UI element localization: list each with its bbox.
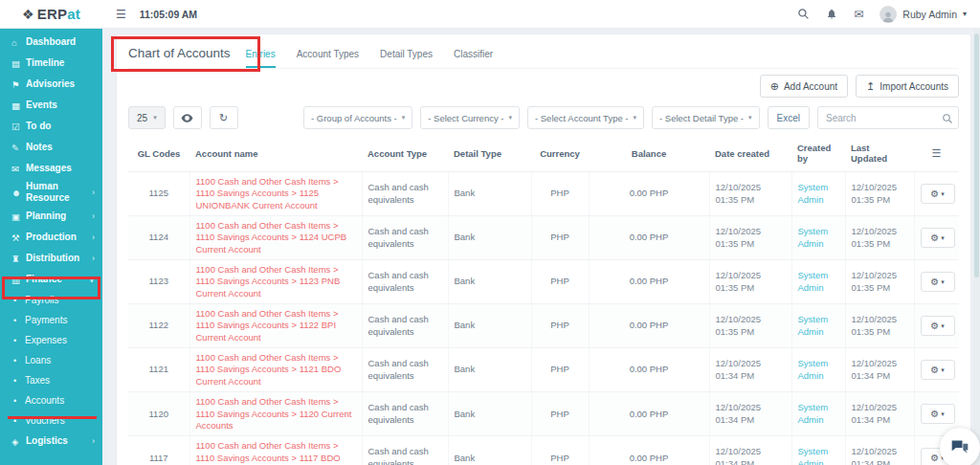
chevron-right-icon: › <box>92 232 95 242</box>
table-row: 11251100 Cash and Other Cash Items > 111… <box>128 172 959 216</box>
column-header-created-by[interactable]: Created by <box>791 135 845 172</box>
sidebar-item-label: Dashboard <box>26 36 76 48</box>
column-header-balance[interactable]: Balance <box>589 135 709 172</box>
filter-select-value: - Select Detail Type - <box>659 113 744 123</box>
cell-account-name-link[interactable]: 1100 Cash and Other Cash Items > 1110 Sa… <box>189 260 362 304</box>
sidebar-item-logistics[interactable]: ◈Logistics› <box>0 431 102 452</box>
column-header-account-type[interactable]: Account Type <box>362 135 448 172</box>
column-header-last-updated[interactable]: Last Updated <box>845 135 914 172</box>
sidebar-toggle-icon[interactable]: ☰ <box>116 8 126 21</box>
cogs-icon: ⚙ <box>930 365 939 375</box>
notifications-bell-icon[interactable] <box>826 8 837 20</box>
sidebar-item-advisories[interactable]: ⚑Advisories <box>0 74 102 95</box>
tab-classifier[interactable]: Classifier <box>454 49 493 68</box>
chevron-right-icon: › <box>92 188 95 197</box>
sidebar-subitem-expenses[interactable]: •Expenses <box>0 330 102 350</box>
row-actions-button[interactable]: ⚙▾ <box>921 272 955 292</box>
eye-icon <box>181 113 193 123</box>
row-actions-button[interactable]: ⚙▾ <box>921 228 955 248</box>
column-header-gl-codes[interactable]: GL Codes <box>128 135 189 172</box>
column-header-currency[interactable]: Currency <box>531 135 589 172</box>
sidebar-item-planning[interactable]: ▣Planning› <box>0 206 102 227</box>
cell-account-name-link[interactable]: 1100 Cash and Other Cash Items > 1110 Sa… <box>189 304 362 348</box>
sidebar-subitem-label: Vouchers <box>25 415 65 427</box>
column-header-actions-menu-icon[interactable]: ☰ <box>914 135 959 172</box>
excel-export-button[interactable]: Excel <box>768 106 810 129</box>
sidebar-subitem-payments[interactable]: •Payments <box>0 310 102 330</box>
row-actions-button[interactable]: ⚙▾ <box>921 316 955 336</box>
toggle-columns-eye-button[interactable] <box>173 106 202 129</box>
sidebar-item-label: Distribution <box>26 253 79 264</box>
cell-date-created: 12/10/2025 01:35 PM <box>709 216 791 260</box>
todo-icon: ☑ <box>11 122 26 132</box>
sidebar-subitem-payrolls[interactable]: •Payrolls <box>0 290 102 310</box>
filter-select-select-currency[interactable]: - Select Currency -▾ <box>420 106 520 129</box>
column-header-account-name[interactable]: Account name <box>189 135 362 172</box>
notes-icon: ✎ <box>11 143 26 153</box>
created-by-link[interactable]: System Admin <box>798 270 829 292</box>
created-by-link[interactable]: System Admin <box>798 446 829 465</box>
cell-created-by: System Admin <box>791 436 845 465</box>
row-actions-button[interactable]: ⚙▾ <box>921 360 955 380</box>
column-header-date-created[interactable]: Date created <box>709 135 791 172</box>
created-by-link[interactable]: System Admin <box>798 314 829 336</box>
sidebar-item-label: Messages <box>26 163 72 174</box>
add-account-button[interactable]: ⊕ Add Account <box>760 75 848 98</box>
tab-entries[interactable]: Entries <box>246 49 276 68</box>
sidebar-item-production[interactable]: ⚒Production› <box>0 227 102 248</box>
row-actions-button[interactable]: ⚙▾ <box>921 404 955 424</box>
sidebar-subitem-taxes[interactable]: •Taxes <box>0 370 102 390</box>
tabs: EntriesAccount TypesDetail TypesClassifi… <box>246 49 494 68</box>
caret-down-icon: ▾ <box>748 114 752 122</box>
chat-fab-button[interactable] <box>940 428 980 465</box>
cell-currency: PHP <box>531 304 589 348</box>
cell-account-name-link[interactable]: 1100 Cash and Other Cash Items > 1110 Sa… <box>189 348 362 392</box>
app-logo[interactable]: ❖ ERPat <box>0 0 102 29</box>
bullet-icon: • <box>13 396 25 406</box>
sidebar-item-to-do[interactable]: ☑To do <box>0 116 102 137</box>
chevron-right-icon: › <box>92 254 95 263</box>
search-input[interactable] <box>817 106 959 129</box>
cell-account-name-link[interactable]: 1100 Cash and Other Cash Items > 1110 Sa… <box>189 392 362 436</box>
user-menu[interactable]: Ruby Admin ▾ <box>880 6 967 23</box>
main-content: Chart of Accounts EntriesAccount TypesDe… <box>102 29 980 465</box>
sidebar-item-events[interactable]: ▦Events <box>0 95 102 116</box>
search-icon[interactable] <box>797 8 810 20</box>
created-by-link[interactable]: System Admin <box>798 182 829 204</box>
scrollbar-track[interactable] <box>973 29 980 465</box>
cell-account-name-link[interactable]: 1100 Cash and Other Cash Items > 1110 Sa… <box>189 216 362 260</box>
filter-select-select-detail-type[interactable]: - Select Detail Type -▾ <box>652 106 760 129</box>
cell-last-updated: 12/10/2025 01:34 PM <box>845 436 914 465</box>
filter-select-group-of-accounts[interactable]: - Group of Accounts -▾ <box>303 106 412 129</box>
table-row: 11221100 Cash and Other Cash Items > 111… <box>128 304 959 348</box>
sidebar-subitem-accounts[interactable]: •Accounts <box>0 390 102 410</box>
row-actions-button[interactable]: ⚙▾ <box>921 184 955 204</box>
sidebar-subitem-loans[interactable]: •Loans <box>0 350 102 370</box>
cell-account-name-link[interactable]: 1100 Cash and Other Cash Items > 1110 Sa… <box>189 172 362 216</box>
sidebar-item-distribution[interactable]: ♜Distribution› <box>0 248 102 269</box>
column-header-detail-type[interactable]: Detail Type <box>448 135 531 172</box>
sidebar-item-human-resource[interactable]: ☻Human Resource› <box>0 179 102 206</box>
sidebar-item-notes[interactable]: ✎Notes <box>0 137 102 158</box>
sidebar-item-dashboard[interactable]: ⌂Dashboard <box>0 32 102 53</box>
refresh-button[interactable]: ↻ <box>210 106 238 129</box>
tab-account-types[interactable]: Account Types <box>297 49 359 68</box>
created-by-link[interactable]: System Admin <box>798 358 829 380</box>
distribution-icon: ♜ <box>11 254 26 264</box>
sidebar-item-messages[interactable]: ✉Messages <box>0 158 102 179</box>
tab-detail-types[interactable]: Detail Types <box>380 49 433 68</box>
cell-account-type: Cash and cash equivalents <box>362 260 448 304</box>
import-accounts-button[interactable]: ↥ Import Accounts <box>856 75 959 98</box>
cogs-icon: ⚙ <box>930 410 939 419</box>
scrollbar-thumb[interactable] <box>974 33 979 277</box>
cell-account-name-link[interactable]: 1100 Cash and Other Cash Items > 1110 Sa… <box>189 436 362 465</box>
sidebar-item-finance[interactable]: ▥Finance∨ <box>0 269 102 290</box>
page-size-select[interactable]: 25 ▾ <box>128 106 166 129</box>
mail-icon[interactable]: ✉ <box>854 9 863 20</box>
sidebar-item-timeline[interactable]: ▤Timeline <box>0 53 102 74</box>
created-by-link[interactable]: System Admin <box>798 402 829 424</box>
created-by-link[interactable]: System Admin <box>798 226 829 248</box>
sidebar-subitem-vouchers[interactable]: •Vouchers <box>0 410 102 431</box>
filter-select-select-account-type[interactable]: - Select Account Type -▾ <box>527 106 644 129</box>
cell-last-updated: 12/10/2025 01:35 PM <box>845 260 914 304</box>
